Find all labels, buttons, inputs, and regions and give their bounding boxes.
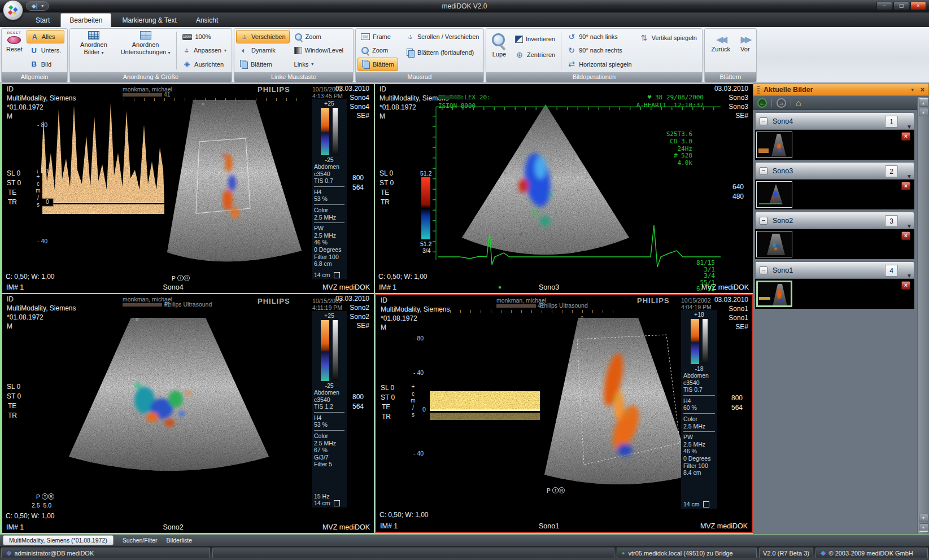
tab-bilderliste[interactable]: Bilderliste xyxy=(167,537,193,544)
flip-horizontal-button[interactable]: ⇄Horizontal spiegeln xyxy=(564,58,635,71)
blaettern-button[interactable]: Blättern xyxy=(236,58,290,71)
viewport-sono1-selected[interactable]: ID MultiModality, Siemens *01.08.1972 M … xyxy=(375,294,753,533)
thumbnail-sono4[interactable] xyxy=(756,132,792,158)
tab-patient-study[interactable]: MultiModality, Siemens (*01.08.1972) xyxy=(3,535,114,545)
series-header-sono1[interactable]: − Sono1 4 ▼ xyxy=(755,261,914,279)
window-level-button[interactable]: Window/Level xyxy=(291,43,347,57)
alles-button[interactable]: AAlles xyxy=(27,30,64,43)
scroll-up-icon[interactable]: ▲ xyxy=(919,108,928,116)
vor-button[interactable]: ▶▶ Vor xyxy=(738,30,753,71)
anordnen-bilder-button[interactable]: Anordnen Bilder ▾ xyxy=(72,30,116,71)
thumbnail-row-sono3[interactable]: × xyxy=(755,180,914,209)
viewport-sono4[interactable]: ID MultiModality, Siemens *01.08.1972 M … xyxy=(2,84,374,293)
drag-grip[interactable] xyxy=(757,86,760,94)
series-header-sono4[interactable]: − Sono4 1 ▼ xyxy=(755,112,914,130)
collapse-icon[interactable]: − xyxy=(760,167,767,175)
maximize-button[interactable]: ▢ xyxy=(893,2,909,10)
rotate-left-button[interactable]: ↺90° nach links xyxy=(564,30,635,43)
tab-suchen-filter[interactable]: Suchen/Filter xyxy=(123,537,158,544)
te-label: TE xyxy=(8,189,16,197)
depth-checkbox[interactable] xyxy=(334,272,340,278)
tab-markierung-text[interactable]: Markierung & Text xyxy=(114,14,185,27)
scroll-bottom-icon[interactable]: ▼ xyxy=(919,523,928,532)
tab-ansicht[interactable]: Ansicht xyxy=(187,14,226,27)
ausrichten-button[interactable]: ◈Ausrichten xyxy=(179,58,230,71)
flip-vertical-icon: ⇅ xyxy=(640,34,649,42)
app-menu-button[interactable]: ◆ ◆ ◆ ◆ xyxy=(3,0,23,20)
nav-forward-button[interactable]: → xyxy=(777,98,786,108)
quick-access-toolbar[interactable]: ◆| ▾ xyxy=(26,1,49,11)
frame-button[interactable]: Frame xyxy=(357,30,398,43)
blaettern-fortlaufend-button[interactable]: Blättern (fortlaufend) xyxy=(403,46,482,59)
sl-label: SL 0 xyxy=(380,170,393,178)
clinic-label: MVZ mediDOK xyxy=(700,522,748,530)
magnifier-icon xyxy=(361,46,369,55)
quick-access-dropdown-icon[interactable]: ▾ xyxy=(41,3,43,8)
chevron-down-icon[interactable]: ▼ xyxy=(906,173,912,180)
chevron-down-icon[interactable]: ▼ xyxy=(906,273,912,279)
axis-label: - 40 xyxy=(413,369,424,376)
close-button[interactable]: × xyxy=(910,2,926,10)
chevron-down-icon[interactable]: ▼ xyxy=(906,124,912,130)
thumbnail-sono3[interactable] xyxy=(756,181,792,208)
zoom-100-button[interactable]: 100%100% xyxy=(179,30,230,43)
zurueck-button[interactable]: ◀◀ Zurück xyxy=(708,30,733,71)
delete-image-icon[interactable]: × xyxy=(901,132,910,141)
tab-bearbeiten[interactable]: Bearbeiten xyxy=(60,13,111,27)
magnifier-icon xyxy=(294,33,303,41)
delete-image-icon[interactable]: × xyxy=(901,182,910,190)
collapse-icon[interactable]: − xyxy=(760,117,767,125)
zentrieren-button[interactable]: ⊕Zentrieren xyxy=(512,48,559,62)
orientation-marks: P TR xyxy=(547,487,565,495)
zoom-button[interactable]: Zoom xyxy=(291,30,347,43)
sidebar-header[interactable]: Aktuelle Bilder ▾ × xyxy=(753,83,929,96)
dynamik-button[interactable]: ◐Dynamik xyxy=(236,43,290,57)
collapse-icon[interactable]: − xyxy=(760,266,767,274)
scroll-top-icon[interactable]: ▲ xyxy=(919,98,928,107)
chevron-down-icon[interactable]: ▼ xyxy=(906,223,912,229)
rotate-right-button[interactable]: ↻90° nach rechts xyxy=(564,43,635,57)
logo-diamond-icon: ◆ xyxy=(13,10,16,15)
sidebar-scrollbar[interactable]: ▲ ▲ ▼ ▼ xyxy=(917,97,929,534)
rotate-right-icon: ↻ xyxy=(567,46,576,55)
series-header-sono2[interactable]: − Sono2 3 ▼ xyxy=(755,212,914,229)
minimize-button[interactable]: − xyxy=(876,2,892,10)
thumbnail-sono2[interactable] xyxy=(756,231,792,257)
sidebar-menu-icon[interactable]: ▾ xyxy=(911,87,914,93)
scroll-down-icon[interactable]: ▼ xyxy=(919,514,928,522)
ribbon: RESET Reset AAlles UUnters. BBild Allgem… xyxy=(0,27,929,83)
sidebar-close-icon[interactable]: × xyxy=(921,86,924,94)
se-label: SE# xyxy=(356,112,369,120)
te-label: TE xyxy=(8,403,16,410)
links-dropdown[interactable]: Links ▾ xyxy=(291,58,347,71)
thumbnail-row-sono1[interactable]: × xyxy=(755,279,914,309)
delete-image-icon[interactable]: × xyxy=(901,231,910,240)
bild-button[interactable]: BBild xyxy=(27,58,64,71)
axis-label: - 40 xyxy=(37,238,47,244)
nav-back-button[interactable]: ← xyxy=(757,98,767,108)
mausrad-zoom-button[interactable]: Zoom xyxy=(357,43,398,57)
verschieben-button[interactable]: ↔↕Verschieben xyxy=(236,30,290,43)
flip-vertical-button[interactable]: ⇅Vertikal spiegeln xyxy=(636,31,700,45)
series-header-sono3[interactable]: − Sono3 2 ▼ xyxy=(755,162,914,180)
anpassen-button[interactable]: ↔↕Anpassen ▾ xyxy=(179,43,230,57)
mausrad-blaettern-button[interactable]: Blättern xyxy=(357,58,398,71)
home-button[interactable]: ⌂ xyxy=(796,99,801,107)
tab-start[interactable]: Start xyxy=(27,14,58,27)
invertieren-button[interactable]: Invertieren xyxy=(512,32,559,46)
depth-checkbox[interactable] xyxy=(334,500,340,506)
scrollen-verschieben-button[interactable]: ↔↕Scrollen / Verschieben xyxy=(403,30,482,43)
untersuchung-button[interactable]: UUnters. xyxy=(27,43,64,57)
reset-button[interactable]: RESET Reset xyxy=(3,30,25,71)
thumbnail-row-sono2[interactable]: × xyxy=(755,229,914,259)
document-tab-bar: MultiModality, Siemens (*01.08.1972) Suc… xyxy=(0,534,929,546)
collapse-icon[interactable]: − xyxy=(760,217,767,225)
delete-image-icon[interactable]: × xyxy=(901,281,910,290)
thumbnail-sono1-selected[interactable] xyxy=(756,281,792,307)
thumbnail-row-sono4[interactable]: × xyxy=(755,130,914,160)
anordnen-untersuchungen-button[interactable]: Anordnen Untersuchungen ▾ xyxy=(117,30,174,71)
viewport-sono2[interactable]: ID MultiModality, Siemens *01.08.1972 M … xyxy=(2,294,374,533)
viewport-sono3[interactable]: ID MultiModality, Siemens *01.08.1972 M … xyxy=(375,84,753,293)
lupe-button[interactable]: Lupe xyxy=(488,30,511,71)
depth-checkbox[interactable] xyxy=(703,501,709,508)
